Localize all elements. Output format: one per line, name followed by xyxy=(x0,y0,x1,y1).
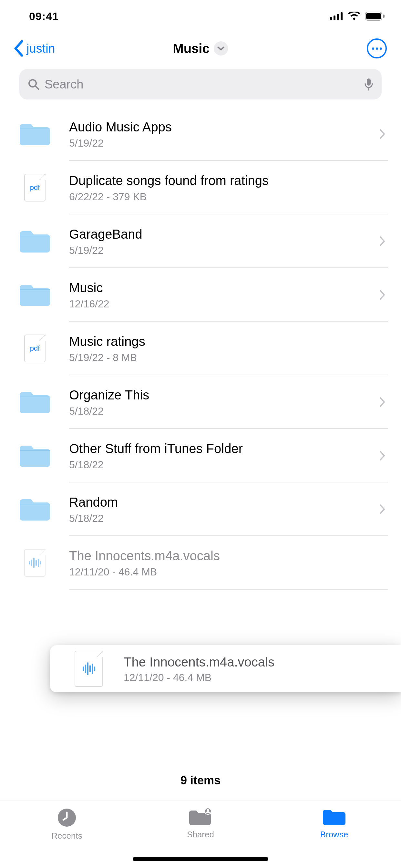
folder-row[interactable]: Random5/18/22 xyxy=(0,483,401,536)
item-title: Audio Music Apps xyxy=(69,119,376,135)
nav-title-group[interactable]: Music xyxy=(173,41,228,56)
clock-icon xyxy=(57,808,77,828)
drag-subtitle: 12/11/20 - 46.4 MB xyxy=(124,672,274,684)
svg-rect-3 xyxy=(341,12,343,20)
item-subtitle: 5/18/22 xyxy=(69,405,376,417)
drag-title: The Innocents.m4a.vocals xyxy=(124,654,274,670)
svg-rect-9 xyxy=(367,79,371,86)
item-title: GarageBand xyxy=(69,226,376,242)
item-title: Random xyxy=(69,494,376,510)
item-title: Music xyxy=(69,280,376,296)
folder-row[interactable]: GarageBand5/19/22 xyxy=(0,214,401,268)
status-indicators xyxy=(330,11,385,21)
chevron-right-icon xyxy=(376,236,388,246)
folder-row[interactable]: Other Stuff from iTunes Folder5/18/22 xyxy=(0,429,401,483)
title-menu-button[interactable] xyxy=(214,41,228,56)
folder-icon xyxy=(18,492,52,526)
tab-label: Shared xyxy=(187,830,214,840)
separator xyxy=(69,589,388,590)
back-button[interactable]: justin xyxy=(13,40,55,57)
tab-browse[interactable]: Browse xyxy=(267,808,401,868)
search-row xyxy=(0,65,401,107)
svg-rect-1 xyxy=(334,16,335,20)
chevron-left-icon xyxy=(13,40,25,57)
tab-recents[interactable]: Recents xyxy=(0,808,134,868)
cellular-icon xyxy=(330,12,343,20)
chevron-right-icon xyxy=(376,451,388,461)
search-icon xyxy=(28,79,39,90)
item-subtitle: 6/22/22 - 379 KB xyxy=(69,191,376,203)
chevron-right-icon xyxy=(376,290,388,300)
chevron-down-icon xyxy=(218,46,225,51)
item-subtitle: 5/19/22 xyxy=(69,244,376,256)
search-input[interactable] xyxy=(44,78,359,91)
folder-icon xyxy=(18,385,52,419)
chevron-right-icon xyxy=(376,397,388,407)
status-bar: 09:41 xyxy=(0,0,401,32)
folder-row[interactable]: Music12/16/22 xyxy=(0,268,401,321)
item-title: Duplicate songs found from ratings xyxy=(69,173,376,188)
item-title: Organize This xyxy=(69,387,376,403)
svg-line-8 xyxy=(35,86,38,89)
chevron-right-icon xyxy=(376,504,388,515)
folder-row[interactable]: Audio Music Apps5/19/22 xyxy=(0,107,401,161)
item-subtitle: 12/16/22 xyxy=(69,298,376,310)
tab-label: Browse xyxy=(320,830,348,840)
chevron-right-icon xyxy=(376,129,388,139)
folder-row[interactable]: Organize This5/18/22 xyxy=(0,375,401,429)
dictation-icon[interactable] xyxy=(364,78,373,91)
dragged-item[interactable]: The Innocents.m4a.vocals 12/11/20 - 46.4… xyxy=(50,645,401,692)
item-subtitle: 12/11/20 - 46.4 MB xyxy=(69,566,376,578)
item-subtitle: 5/19/22 xyxy=(69,137,376,149)
battery-icon xyxy=(365,11,385,21)
folder-icon xyxy=(18,224,52,258)
home-indicator[interactable] xyxy=(133,857,268,861)
pdf-file-icon: pdf xyxy=(18,332,52,365)
file-row[interactable]: The Innocents.m4a.vocals12/11/20 - 46.4 … xyxy=(0,536,401,590)
svg-point-14 xyxy=(207,809,209,811)
file-row[interactable]: pdfDuplicate songs found from ratings6/2… xyxy=(0,161,401,214)
pdf-file-icon: pdf xyxy=(18,171,52,205)
item-title: Music ratings xyxy=(69,334,376,349)
item-subtitle: 5/18/22 xyxy=(69,513,376,524)
more-button[interactable] xyxy=(367,38,387,58)
folder-icon xyxy=(18,278,52,312)
item-subtitle: 5/18/22 xyxy=(69,459,376,471)
search-field[interactable] xyxy=(19,69,382,99)
audio-file-icon xyxy=(74,651,103,687)
page-title: Music xyxy=(173,41,209,56)
svg-rect-0 xyxy=(330,17,332,20)
nav-bar: justin Music xyxy=(0,32,401,65)
wifi-icon xyxy=(348,11,360,21)
item-title: Other Stuff from iTunes Folder xyxy=(69,441,376,456)
svg-rect-5 xyxy=(366,13,381,20)
folder-icon xyxy=(18,117,52,151)
folder-icon xyxy=(321,808,347,826)
item-title: The Innocents.m4a.vocals xyxy=(69,548,376,563)
svg-rect-2 xyxy=(337,14,339,20)
status-time: 09:41 xyxy=(29,10,59,23)
file-row[interactable]: pdfMusic ratings5/19/22 - 8 MB xyxy=(0,321,401,375)
back-label: justin xyxy=(27,42,55,56)
item-subtitle: 5/19/22 - 8 MB xyxy=(69,352,376,364)
item-count: 9 items xyxy=(0,764,401,800)
svg-rect-6 xyxy=(383,14,384,18)
tab-label: Recents xyxy=(51,831,82,841)
audio-file-icon xyxy=(18,546,52,580)
shared-folder-icon xyxy=(188,808,213,826)
folder-icon xyxy=(18,439,52,472)
